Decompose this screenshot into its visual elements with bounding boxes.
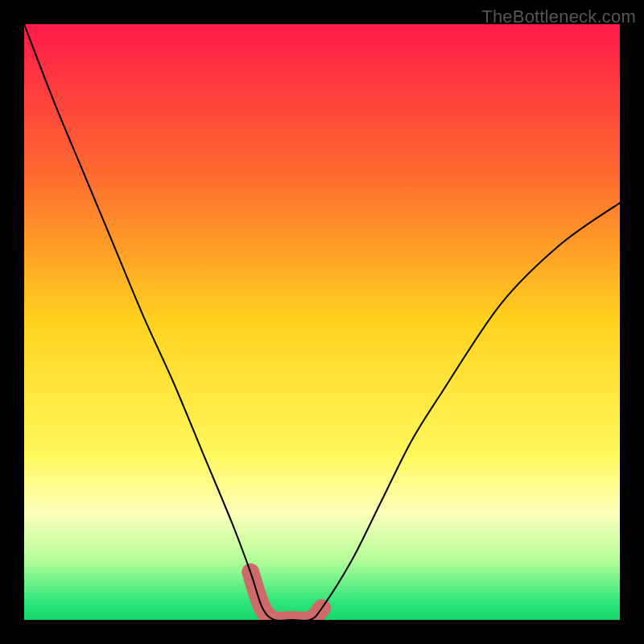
gradient-background [24, 24, 620, 620]
chart-frame [24, 24, 620, 620]
watermark-text: TheBottleneck.com [481, 6, 636, 27]
chart-svg [24, 24, 620, 620]
